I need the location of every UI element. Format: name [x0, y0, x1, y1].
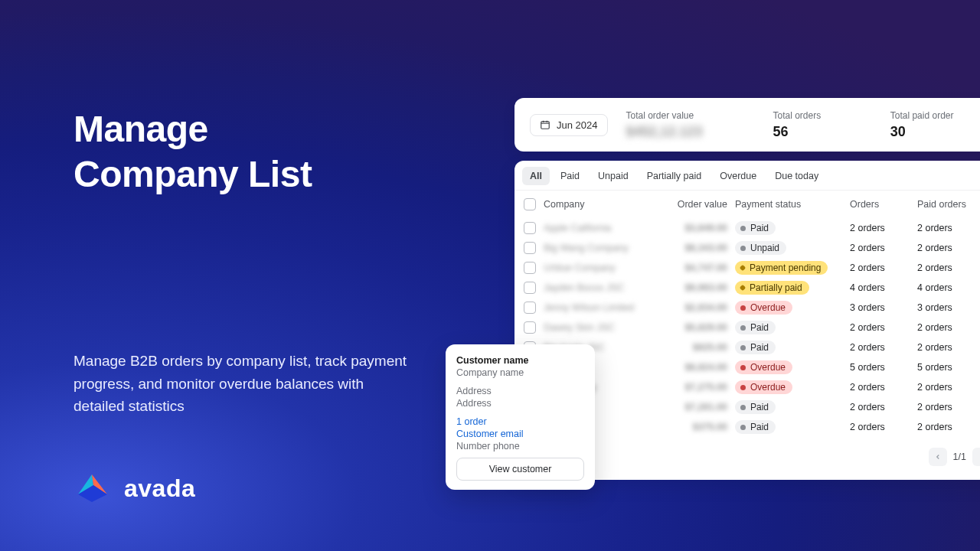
status-badge: Partially paid [735, 281, 809, 295]
table-row[interactable]: Urblue Company$4,747.00Payment pending2 … [514, 258, 980, 278]
stat-total-order-value: Total order value $452,12.123 [626, 110, 755, 140]
orders-count: 3 orders [850, 302, 917, 313]
stat-value: 30 [890, 124, 980, 140]
order-value: $825.00 [672, 342, 735, 353]
svg-rect-0 [541, 122, 550, 129]
paid-orders-count: 2 orders [917, 223, 980, 233]
stat-label: Total paid order [890, 110, 980, 121]
page-prev-button[interactable] [929, 448, 947, 466]
paid-orders-count: 2 orders [917, 402, 980, 412]
row-checkbox[interactable] [524, 242, 536, 254]
page-next-button[interactable] [972, 448, 980, 466]
status-dot-icon [740, 285, 746, 291]
table-row[interactable]: Jayden Bocos JSC$9,983.00Partially paid4… [514, 278, 980, 298]
order-value: $5,829.00 [672, 322, 735, 333]
orders-count: 2 orders [850, 262, 917, 273]
calendar-icon [540, 119, 550, 130]
paid-orders-count: 5 orders [917, 362, 980, 373]
tab-all[interactable]: All [522, 167, 550, 185]
order-value: $7,281.00 [672, 402, 735, 412]
company-name: Jayden Bocos JSC [544, 282, 672, 293]
paid-orders-count: 2 orders [917, 422, 980, 432]
orders-count: 4 orders [850, 282, 917, 293]
avada-logo-icon [74, 471, 110, 505]
status-text: Paid [750, 223, 769, 233]
row-checkbox[interactable] [524, 262, 536, 274]
order-value: $4,747.00 [672, 262, 735, 273]
order-value: $2,834.00 [672, 302, 735, 313]
paid-orders-count: 4 orders [917, 282, 980, 293]
tab-partially-paid[interactable]: Partially paid [639, 167, 710, 185]
row-checkbox[interactable] [524, 282, 536, 294]
order-value: $8,824.00 [672, 362, 735, 373]
stat-value: $452,12.123 [626, 124, 755, 140]
popover-orders-link[interactable]: 1 order [456, 416, 584, 427]
tab-due-today[interactable]: Due today [767, 167, 826, 185]
paid-orders-count: 2 orders [917, 382, 980, 393]
table-header: Company Order value Payment status Order… [514, 191, 980, 218]
popover-email-link[interactable]: Customer email [456, 429, 584, 439]
row-checkbox[interactable] [524, 321, 536, 334]
table-row[interactable]: Jenny Wilson Limited$2,834.00Overdue3 or… [514, 298, 980, 318]
orders-count: 2 orders [850, 342, 917, 353]
paid-orders-count: 2 orders [917, 262, 980, 273]
date-label: Jun 2024 [557, 119, 598, 131]
company-name: Urblue Company [544, 262, 672, 273]
col-orders: Orders [850, 199, 917, 210]
status-dot-icon [740, 246, 746, 251]
status-badge: Paid [735, 321, 776, 334]
stat-label: Total orders [773, 110, 872, 121]
table-row[interactable]: Apple California$3,849.00Paid2 orders2 o… [514, 218, 980, 238]
popover-address2: Address [456, 398, 584, 409]
brand-logo: avada [74, 471, 195, 505]
brand-name: avada [124, 474, 195, 503]
filter-tabs: AllPaidUnpaidPartially paidOverdueDue to… [514, 161, 980, 191]
table-row[interactable]: Big Wang Company$8,343.00Unpaid2 orders2… [514, 238, 980, 258]
status-badge: Paid [735, 420, 776, 434]
order-value: $7,275.00 [672, 382, 735, 393]
tab-overdue[interactable]: Overdue [712, 167, 764, 185]
company-name: Big Wang Company [544, 243, 672, 253]
date-selector[interactable]: Jun 2024 [530, 114, 608, 136]
order-value: $9,983.00 [672, 282, 735, 293]
page-label: 1/1 [953, 452, 966, 462]
status-text: Unpaid [750, 243, 779, 253]
select-all-checkbox[interactable] [524, 198, 536, 210]
status-badge: Paid [735, 400, 776, 414]
status-badge: Paid [735, 341, 776, 354]
tab-unpaid[interactable]: Unpaid [590, 167, 636, 185]
status-text: Paid [750, 342, 769, 353]
status-dot-icon [740, 365, 746, 370]
table-row[interactable]: Dawey Skin JSC$5,829.00Paid2 orders2 ord… [514, 318, 980, 337]
popover-phone: Number phone [456, 441, 584, 452]
orders-count: 5 orders [850, 362, 917, 373]
status-badge: Payment pending [735, 261, 828, 275]
status-text: Overdue [750, 302, 786, 313]
status-badge: Unpaid [735, 241, 786, 255]
hero-title-line1: Manage [74, 109, 208, 149]
status-dot-icon [740, 345, 746, 350]
stat-value: 56 [773, 124, 872, 140]
order-value: $375.00 [672, 422, 735, 432]
orders-count: 2 orders [850, 382, 917, 393]
status-badge: Paid [735, 221, 776, 235]
paid-orders-count: 2 orders [917, 322, 980, 333]
status-badge: Overdue [735, 301, 792, 315]
status-dot-icon [740, 385, 746, 390]
company-name: Apple California [544, 223, 672, 233]
col-paid-orders: Paid orders [917, 199, 980, 210]
row-checkbox[interactable] [524, 302, 536, 314]
status-text: Payment pending [750, 262, 821, 273]
tab-paid[interactable]: Paid [553, 167, 587, 185]
popover-customer-name: Customer name [456, 355, 584, 366]
chevron-left-icon [934, 453, 942, 461]
customer-popover: Customer name Company name Address Addre… [446, 344, 595, 490]
view-customer-button[interactable]: View customer [456, 458, 584, 481]
status-text: Overdue [750, 362, 786, 373]
popover-company-name: Company name [456, 367, 584, 378]
order-value: $8,343.00 [672, 243, 735, 253]
company-name: Jenny Wilson Limited [544, 302, 672, 313]
orders-count: 2 orders [850, 422, 917, 432]
row-checkbox[interactable] [524, 222, 536, 234]
status-text: Paid [750, 322, 769, 333]
